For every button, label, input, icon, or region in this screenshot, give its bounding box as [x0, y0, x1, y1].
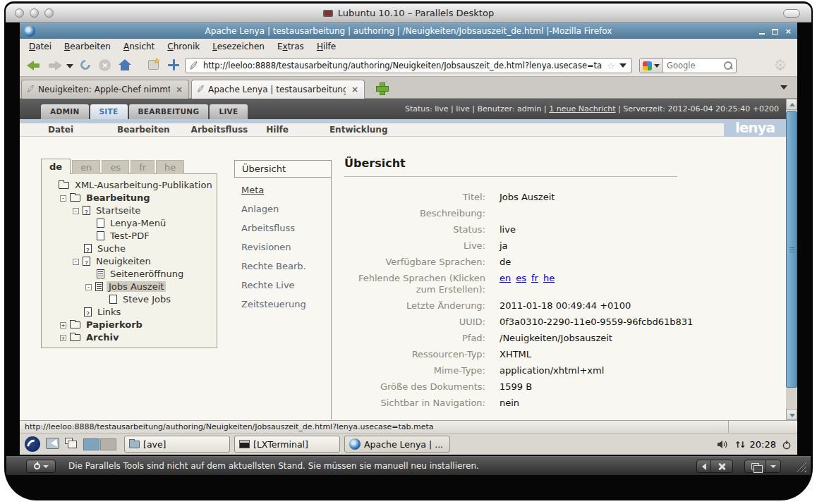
home-button[interactable] [119, 59, 131, 71]
language-tab-de[interactable]: de [41, 159, 71, 174]
iconify-all-icon[interactable] [65, 438, 73, 444]
scroll-down-icon[interactable] [786, 409, 797, 420]
menu-item-lesezeichen[interactable]: Lesezeichen [206, 39, 271, 54]
language-tab-en[interactable]: en [72, 160, 100, 174]
tree-item-label[interactable]: Archiv [84, 332, 121, 343]
mac-lozenge-button[interactable] [783, 9, 800, 18]
file-manager-icon[interactable] [46, 438, 59, 449]
browser-tab[interactable]: Neuigkeiten: Apple-Chef nimmt Ausz...× [21, 80, 189, 99]
scroll-up-icon[interactable] [786, 99, 797, 110]
workspace-2[interactable] [100, 438, 116, 450]
missing-language-link[interactable]: es [516, 273, 526, 283]
tree-expander-icon[interactable]: + [60, 322, 66, 328]
missing-language-link[interactable]: he [543, 273, 555, 283]
mac-close-button[interactable] [15, 8, 24, 18]
network-monitor-icon[interactable]: ↑↓ [734, 440, 744, 450]
tree-item[interactable]: -Startseite [46, 204, 217, 217]
tree-item-label[interactable]: XML-Ausarbeitung-Publikation [73, 180, 214, 190]
tree-expander-icon[interactable]: - [73, 208, 79, 214]
bookmark-this-page-icon[interactable]: ☆ [607, 61, 615, 71]
tree-item-label[interactable]: Papierkorb [84, 319, 145, 330]
power-dropdown-icon[interactable] [43, 465, 49, 468]
tools-icon[interactable] [711, 460, 732, 472]
maximize-icon[interactable] [772, 29, 778, 35]
view-dropdown-icon[interactable] [766, 460, 780, 472]
tree-item-label[interactable]: Links [95, 307, 123, 317]
url-bar[interactable]: ☆ [185, 58, 632, 73]
tree-item[interactable]: Seiteneröffnung [46, 268, 217, 281]
tree-item[interactable]: -Neuigkeiten [46, 255, 217, 268]
tree-item[interactable]: +Papierkorb [46, 319, 217, 331]
missing-language-link[interactable]: en [500, 273, 511, 283]
tree-item-label[interactable]: Test-PDF [108, 231, 152, 241]
resize-grip[interactable] [796, 462, 806, 472]
tree-item-label[interactable]: Neuigkeiten [94, 256, 153, 266]
doc-menu-item-revisionen[interactable]: Revisionen [234, 238, 331, 257]
bookmark-star-icon[interactable] [148, 60, 159, 70]
search-engine-selector[interactable] [640, 59, 663, 73]
tree-item[interactable]: Steve Jobs [46, 293, 217, 306]
search-icon[interactable] [723, 61, 733, 70]
mac-minimize-button[interactable] [30, 8, 39, 18]
lenya-menu-datei[interactable]: Datei [48, 125, 73, 135]
tree-item[interactable]: +Archiv [46, 331, 217, 344]
tree-item-label[interactable]: Startseite [94, 205, 143, 216]
url-input[interactable] [202, 60, 604, 71]
language-tab-he[interactable]: he [156, 160, 184, 174]
tree-item[interactable]: Suche [46, 242, 217, 255]
reload-button[interactable] [78, 58, 92, 72]
lenya-tab-admin[interactable]: ADMIN [41, 104, 89, 119]
workspace-pager[interactable] [83, 438, 116, 450]
menu-item-datei[interactable]: Datei [23, 39, 58, 54]
tree-expander-icon[interactable]: - [73, 259, 79, 265]
tree-item-label[interactable]: Bearbeitung [84, 192, 152, 203]
menu-item-hilfe[interactable]: Hilfe [310, 39, 342, 54]
new-tab-button[interactable] [376, 82, 387, 94]
mac-zoom-button[interactable] [44, 8, 54, 18]
close-icon[interactable]: × [785, 28, 792, 35]
tree-item-label[interactable]: Lenya-Menü [108, 218, 168, 228]
tab-list-dropdown-icon[interactable] [780, 85, 787, 90]
history-dropdown-icon[interactable] [66, 64, 73, 68]
search-engine-dropdown-icon[interactable] [654, 64, 660, 68]
search-input[interactable] [663, 60, 723, 71]
back-segment-button[interactable] [697, 460, 711, 472]
tree-item-label[interactable]: Jobs Auszeit [107, 281, 166, 292]
tree-expander-icon[interactable]: - [60, 195, 66, 202]
mac-traffic-lights[interactable] [15, 8, 54, 18]
menu-item-chronik[interactable]: Chronik [161, 39, 206, 54]
doc-menu-item-zeitsteuerung[interactable]: Zeitsteuerung [234, 295, 331, 314]
power-icon[interactable] [782, 440, 792, 450]
tree-item[interactable]: Links [46, 306, 217, 319]
menu-item-ansicht[interactable]: Ansicht [117, 39, 161, 54]
menu-item-bearbeiten[interactable]: Bearbeiten [58, 39, 117, 54]
workspace-1[interactable] [83, 438, 99, 450]
menu-item-extras[interactable]: Extras [271, 39, 310, 54]
scrollbar-thumb[interactable] [786, 111, 797, 388]
doc-menu-tab-uebersicht[interactable]: Übersicht [234, 160, 332, 177]
doc-menu-item-meta[interactable]: Meta [234, 180, 331, 199]
language-tab-fr[interactable]: fr [131, 160, 155, 174]
task-button[interactable]: Apache Lenya | ... [344, 436, 450, 453]
new-message-link[interactable]: 1 neue Nachricht [549, 104, 615, 113]
lenya-menu-arbeitsfluss[interactable]: Arbeitsfluss [191, 125, 248, 135]
tree-item-label[interactable]: Steve Jobs [121, 294, 173, 305]
lenya-menu-hilfe[interactable]: Hilfe [266, 125, 289, 135]
language-tab-es[interactable]: es [102, 160, 129, 174]
doc-menu-item-rechte-live[interactable]: Rechte Live [234, 276, 331, 295]
tree-expander-icon[interactable]: - [85, 284, 92, 290]
tree-item[interactable]: Lenya-Menü [46, 217, 217, 230]
windows-icon[interactable] [745, 460, 766, 472]
tree-item[interactable]: XML-Ausarbeitung-Publikation [46, 179, 217, 192]
lenya-tab-site[interactable]: SITE [90, 104, 128, 119]
scrollbar[interactable] [786, 99, 797, 420]
search-bar[interactable] [639, 58, 737, 73]
tree-item[interactable]: -Jobs Auszeit [46, 281, 217, 293]
doc-menu-item-arbeitsfluss[interactable]: Arbeitsfluss [234, 219, 331, 238]
tree-item-label[interactable]: Suche [95, 243, 128, 254]
lenya-tab-live[interactable]: LIVE [210, 104, 247, 119]
vm-power-button[interactable] [26, 460, 56, 473]
volume-icon[interactable] [717, 440, 728, 449]
tree-expander-icon[interactable]: + [60, 335, 66, 341]
lenya-tab-bearbeitung[interactable]: BEARBEITUNG [129, 104, 209, 119]
